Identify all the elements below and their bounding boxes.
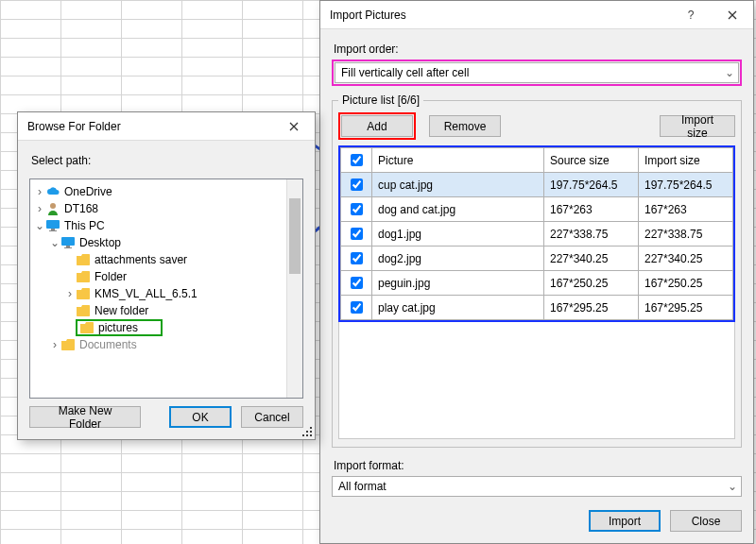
make-new-folder-button[interactable]: Make New Folder (29, 406, 141, 428)
tree-twisty-icon[interactable]: › (34, 185, 45, 198)
svg-rect-1 (46, 220, 60, 229)
tree-item-label: This PC (64, 219, 105, 232)
svg-rect-3 (49, 230, 57, 231)
import-size-button[interactable]: Import size (660, 115, 735, 137)
import-titlebar[interactable]: Import Pictures ? (320, 1, 753, 29)
tree-twisty-icon[interactable]: ⌄ (49, 236, 60, 249)
folder-icon (76, 305, 91, 316)
picture-list-legend: Picture list [6/6] (338, 94, 423, 107)
svg-point-7 (310, 427, 312, 429)
close-button[interactable]: Close (670, 510, 742, 532)
add-highlight: Add (338, 112, 416, 140)
row-checkbox[interactable] (351, 228, 363, 240)
import-format-value: All format (338, 480, 387, 493)
tree-item[interactable]: attachments saver (34, 251, 301, 268)
folder-tree: ›OneDrive›DT168⌄This PC⌄Desktopattachmen… (29, 178, 303, 399)
svg-point-0 (50, 203, 56, 209)
close-icon[interactable] (712, 1, 753, 28)
tree-item[interactable]: ⌄This PC (34, 217, 301, 234)
pictures-highlight: pictures (76, 319, 163, 336)
svg-rect-6 (64, 247, 72, 248)
tree-item[interactable]: ⌄Desktop (34, 234, 301, 251)
browse-folder-dialog: Browse For Folder Select path: ›OneDrive… (17, 111, 316, 440)
select-all-checkbox[interactable] (351, 154, 363, 166)
cell-source: 197.75*264.5 (544, 173, 639, 197)
tree-item[interactable]: ›OneDrive (34, 183, 301, 200)
tree-item-label: pictures (98, 321, 138, 334)
folder-icon (76, 288, 91, 299)
cell-picture: cup cat.jpg (372, 173, 544, 197)
svg-point-9 (310, 431, 312, 433)
picture-list-empty-area (338, 322, 735, 439)
tree-twisty-icon[interactable]: › (49, 338, 60, 351)
col-source[interactable]: Source size (544, 148, 639, 173)
cell-source: 167*295.25 (544, 296, 639, 320)
table-row[interactable]: dog1.jpg227*338.75227*338.75 (341, 222, 733, 246)
browse-title: Browse For Folder (18, 120, 273, 133)
col-picture[interactable]: Picture (372, 148, 544, 173)
tree-twisty-icon[interactable]: › (64, 287, 76, 300)
table-row[interactable]: dog and cat.jpg167*263167*263 (341, 197, 733, 222)
cancel-button[interactable]: Cancel (241, 406, 303, 428)
chevron-down-icon: ⌄ (725, 66, 734, 79)
cell-source: 167*263 (544, 197, 639, 222)
svg-rect-5 (66, 246, 70, 247)
folder-icon (76, 254, 91, 265)
svg-point-10 (302, 434, 304, 436)
browse-titlebar[interactable]: Browse For Folder (18, 112, 315, 141)
tree-twisty-icon[interactable]: › (34, 202, 45, 215)
monitor-icon (45, 220, 60, 231)
import-format-select[interactable]: All format ⌄ (332, 476, 742, 497)
tree-item[interactable]: pictures (34, 319, 301, 336)
tree-item-label: KMS_VL_ALL_6.5.1 (94, 287, 198, 300)
cell-import: 167*263 (639, 197, 733, 222)
cell-source: 167*250.25 (544, 271, 639, 296)
cell-picture: peguin.jpg (372, 271, 544, 296)
cell-source: 227*340.25 (544, 246, 639, 271)
table-row[interactable]: cup cat.jpg197.75*264.5197.75*264.5 (341, 173, 733, 197)
remove-button[interactable]: Remove (429, 115, 501, 137)
avatar-icon (45, 202, 60, 215)
row-checkbox[interactable] (351, 277, 363, 289)
add-button[interactable]: Add (341, 115, 413, 137)
tree-item[interactable]: ›DT168 (34, 200, 301, 217)
col-check[interactable] (341, 148, 372, 173)
table-row[interactable]: dog2.jpg227*340.25227*340.25 (341, 246, 733, 271)
tree-item-label: Documents (79, 338, 137, 351)
import-format-label: Import format: (334, 459, 742, 472)
row-checkbox[interactable] (351, 252, 363, 264)
cell-picture: dog and cat.jpg (372, 197, 544, 222)
tree-item[interactable]: ›KMS_VL_ALL_6.5.1 (34, 285, 301, 302)
ok-button[interactable]: OK (169, 406, 232, 428)
row-checkbox[interactable] (351, 203, 363, 215)
tree-item[interactable]: New folder (34, 302, 301, 319)
tree-twisty-icon[interactable]: ⌄ (34, 219, 45, 232)
picture-table-highlight: Picture Source size Import size cup cat.… (338, 145, 735, 322)
table-row[interactable]: play cat.jpg167*295.25167*295.25 (341, 296, 733, 320)
tree-item-label: Folder (94, 270, 127, 283)
tree-item-label: New folder (94, 304, 148, 317)
row-checkbox[interactable] (351, 301, 363, 314)
svg-rect-4 (61, 237, 75, 246)
row-checkbox[interactable] (351, 178, 363, 191)
col-import[interactable]: Import size (639, 148, 733, 173)
table-row[interactable]: peguin.jpg167*250.25167*250.25 (341, 271, 733, 296)
select-path-label: Select path: (31, 154, 303, 167)
picture-table: Picture Source size Import size cup cat.… (340, 147, 733, 320)
svg-point-8 (306, 431, 308, 433)
import-order-select[interactable]: Fill vertically cell after cell ⌄ (335, 62, 739, 83)
resize-grip-icon[interactable] (301, 426, 313, 437)
close-icon[interactable] (273, 112, 315, 140)
tree-item[interactable]: ›Documents (34, 336, 301, 353)
cell-import: 197.75*264.5 (639, 173, 733, 197)
cell-picture: play cat.jpg (372, 296, 544, 320)
help-button[interactable]: ? (670, 1, 712, 28)
import-pictures-dialog: Import Pictures ? Import order: Fill ver… (319, 0, 754, 544)
svg-rect-2 (51, 229, 55, 230)
tree-item[interactable]: Folder (34, 268, 301, 285)
svg-point-12 (310, 434, 312, 436)
tree-scrollbar[interactable] (286, 179, 302, 398)
monitor-icon (60, 237, 76, 248)
import-button[interactable]: Import (589, 510, 661, 532)
cell-import: 167*250.25 (639, 271, 733, 296)
